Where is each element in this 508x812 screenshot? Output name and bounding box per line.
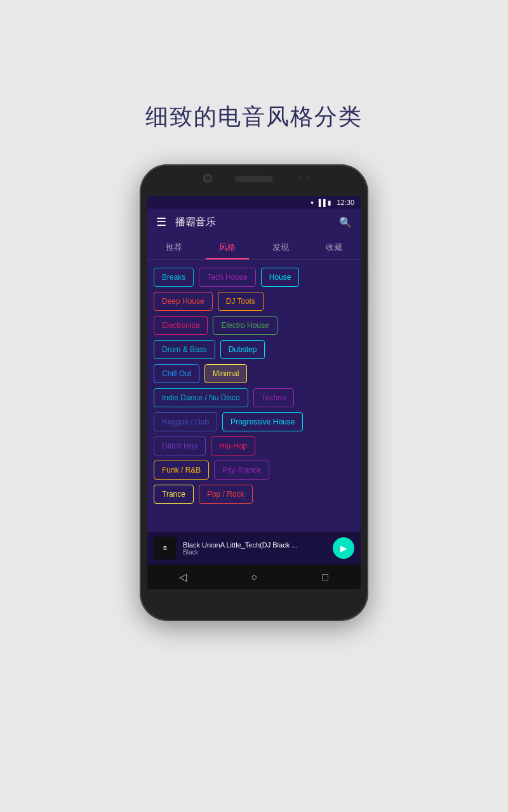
- app-bar: ☰ 播霸音乐 🔍: [147, 209, 361, 235]
- genre-psy-trance[interactable]: Psy-Trance: [214, 461, 269, 480]
- genre-techno[interactable]: Techno: [253, 388, 295, 407]
- genre-minimal[interactable]: Minimal: [204, 364, 247, 383]
- signal-icon: ▐▐: [316, 199, 325, 206]
- menu-icon[interactable]: ☰: [156, 215, 166, 229]
- page-title: 细致的电音风格分类: [145, 102, 363, 133]
- track-info: Black UnionA Little_Tech(DJ Black ... Bl…: [183, 541, 326, 556]
- genre-indie-dance[interactable]: Indie Dance / Nu Disco: [154, 388, 248, 407]
- genre-row-5: Chill Out Minimal: [154, 364, 354, 383]
- back-button[interactable]: ◁: [173, 571, 192, 583]
- genre-tech-house[interactable]: Tech House: [199, 268, 255, 287]
- track-artist: Black: [183, 549, 326, 556]
- genre-dubstep[interactable]: Dubstep: [220, 340, 265, 359]
- genre-progressive-house[interactable]: Progressive House: [222, 412, 303, 431]
- navigation-bar: ◁ ○ □: [147, 565, 361, 589]
- now-playing-bar: B Black UnionA Little_Tech(DJ Black ... …: [147, 532, 361, 565]
- genre-row-2: Deep House DJ Tools: [154, 292, 354, 311]
- tab-discover[interactable]: 发现: [254, 235, 307, 259]
- genre-electro-house[interactable]: Electro House: [213, 316, 277, 335]
- genre-row-6: Indie Dance / Nu Disco Techno: [154, 388, 354, 407]
- genre-funk-rnb[interactable]: Funk / R&B: [154, 461, 209, 480]
- genre-pop-rock[interactable]: Pop / Rock: [199, 485, 253, 504]
- genre-reggae-dub[interactable]: Reggae / Dub: [154, 412, 217, 431]
- tab-genre[interactable]: 风格: [201, 235, 254, 259]
- genre-glitch-hop[interactable]: Glitch Hop: [154, 436, 206, 455]
- wifi-icon: ▾: [311, 199, 314, 206]
- genre-row-3: Electronica Electro House: [154, 316, 354, 335]
- genre-drum-bass[interactable]: Drum & Bass: [154, 340, 215, 359]
- tabs-bar: 推荐 风格 发现 收藏: [147, 235, 361, 260]
- play-button[interactable]: ▶: [333, 537, 354, 559]
- phone-screen: ▾ ▐▐ ▮ 12:30 ☰ 播霸音乐 🔍 推荐 风格 发现 收藏: [147, 196, 361, 589]
- phone-speaker: [235, 176, 273, 182]
- genre-house[interactable]: House: [261, 268, 300, 287]
- track-thumbnail: B: [154, 537, 177, 560]
- battery-icon: ▮: [328, 199, 331, 206]
- recent-button[interactable]: □: [316, 572, 335, 583]
- genre-hip-hop[interactable]: Hip-Hop: [211, 436, 255, 455]
- power-button: [368, 266, 368, 310]
- app-title: 播霸音乐: [175, 216, 339, 229]
- genre-row-1: Breaks Tech House House: [154, 268, 354, 287]
- tab-recommend[interactable]: 推荐: [147, 235, 201, 259]
- phone-dots: [297, 176, 311, 181]
- genre-trance[interactable]: Trance: [154, 485, 194, 504]
- genre-breaks[interactable]: Breaks: [154, 268, 194, 287]
- genre-dj-tools[interactable]: DJ Tools: [218, 292, 264, 311]
- phone-camera: [203, 174, 212, 183]
- genre-deep-house[interactable]: Deep House: [154, 292, 213, 311]
- status-time: 12:30: [337, 199, 354, 206]
- tab-favorites[interactable]: 收藏: [307, 235, 361, 259]
- genre-row-4: Drum & Bass Dubstep: [154, 340, 354, 359]
- genre-row-9: Funk / R&B Psy-Trance: [154, 461, 354, 480]
- genre-area: Breaks Tech House House Deep House DJ To…: [147, 260, 361, 532]
- genre-row-10: Trance Pop / Rock: [154, 485, 354, 504]
- genre-chill-out[interactable]: Chill Out: [154, 364, 199, 383]
- track-title: Black UnionA Little_Tech(DJ Black ...: [183, 541, 326, 549]
- status-bar: ▾ ▐▐ ▮ 12:30: [147, 196, 361, 209]
- volume-button: [140, 278, 140, 310]
- phone-device: ▾ ▐▐ ▮ 12:30 ☰ 播霸音乐 🔍 推荐 风格 发现 收藏: [140, 164, 368, 621]
- status-icons: ▾ ▐▐ ▮ 12:30: [311, 199, 354, 206]
- genre-row-7: Reggae / Dub Progressive House: [154, 412, 354, 431]
- home-button[interactable]: ○: [244, 572, 264, 583]
- genre-electronica[interactable]: Electronica: [154, 316, 208, 335]
- genre-row-8: Glitch Hop Hip-Hop: [154, 436, 354, 455]
- search-icon[interactable]: 🔍: [339, 216, 352, 228]
